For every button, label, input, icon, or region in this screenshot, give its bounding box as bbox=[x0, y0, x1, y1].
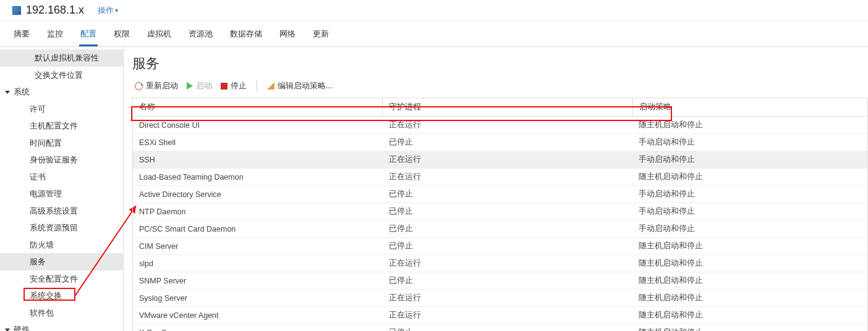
table-row[interactable]: CIM Server已停止随主机启动和停止 bbox=[133, 238, 868, 255]
table-cell: 随主机启动和停止 bbox=[632, 255, 868, 272]
table-row[interactable]: Direct Console UI正在运行随主机启动和停止 bbox=[133, 117, 868, 134]
table-cell: slpd bbox=[133, 255, 383, 272]
column-header[interactable]: 守护进程 bbox=[383, 98, 632, 117]
table-cell: Active Directory Service bbox=[133, 186, 383, 203]
table-cell: 随主机启动和停止 bbox=[632, 272, 868, 290]
sidebar-item-硬件[interactable]: 硬件 bbox=[0, 321, 123, 331]
table-row[interactable]: slpd正在运行随主机启动和停止 bbox=[133, 255, 868, 272]
table-cell: VMware vCenter Agent bbox=[133, 307, 383, 324]
sidebar-item-时间配置[interactable]: 时间配置 bbox=[0, 135, 123, 152]
host-name: 192.168.1.x bbox=[26, 4, 84, 17]
sidebar-item-防火墙[interactable]: 防火墙 bbox=[0, 237, 123, 254]
table-cell: 手动启动和停止 bbox=[632, 151, 868, 169]
table-cell: 正在运行 bbox=[383, 290, 632, 307]
sidebar-item-系统资源预留[interactable]: 系统资源预留 bbox=[0, 219, 123, 237]
edit-label: 编辑启动策略... bbox=[278, 80, 333, 91]
table-cell: 正在运行 bbox=[383, 169, 632, 186]
table-cell: 已停止 bbox=[383, 220, 632, 238]
table-cell: 正在运行 bbox=[383, 117, 632, 134]
stop-icon bbox=[221, 83, 228, 90]
host-icon bbox=[12, 6, 21, 15]
pencil-icon bbox=[267, 82, 274, 90]
sidebar-item-许可[interactable]: 许可 bbox=[0, 101, 123, 118]
sidebar-item-系统交换[interactable]: 系统交换 bbox=[0, 287, 123, 304]
sidebar-item-电源管理[interactable]: 电源管理 bbox=[0, 185, 123, 203]
sidebar-item-系统[interactable]: 系统 bbox=[0, 83, 123, 101]
sidebar-item-软件包[interactable]: 软件包 bbox=[0, 304, 123, 322]
tab-资源池[interactable]: 资源池 bbox=[187, 22, 214, 46]
header: 192.168.1.x 操作 ▾ bbox=[0, 0, 868, 21]
table-row[interactable]: PC/SC Smart Card Daemon已停止手动启动和停止 bbox=[133, 220, 868, 238]
start-button[interactable]: 启动 bbox=[184, 80, 215, 91]
tab-摘要[interactable]: 摘要 bbox=[12, 22, 31, 46]
table-row[interactable]: SSH正在运行手动启动和停止 bbox=[133, 151, 868, 169]
table-cell: PC/SC Smart Card Daemon bbox=[133, 220, 383, 238]
table-cell: 手动启动和停止 bbox=[632, 203, 868, 220]
table-cell: 手动启动和停止 bbox=[632, 220, 868, 238]
tab-网络[interactable]: 网络 bbox=[278, 22, 297, 46]
table-cell: 已停止 bbox=[383, 186, 632, 203]
table-row[interactable]: ESXi Shell已停止手动启动和停止 bbox=[133, 134, 868, 151]
stop-button[interactable]: 停止 bbox=[218, 80, 249, 91]
restart-label: 重新启动 bbox=[146, 80, 178, 91]
sidebar-item-证书[interactable]: 证书 bbox=[0, 169, 123, 186]
tab-配置[interactable]: 配置 bbox=[79, 22, 98, 46]
table-cell: ESXi Shell bbox=[133, 134, 383, 151]
tab-虚拟机[interactable]: 虚拟机 bbox=[146, 22, 172, 46]
toolbar-separator bbox=[257, 80, 257, 91]
table-row[interactable]: X.Org Server已停止随主机启动和停止 bbox=[133, 324, 868, 332]
sidebar-item-交换文件位置[interactable]: 交换文件位置 bbox=[0, 67, 123, 84]
tab-数据存储[interactable]: 数据存储 bbox=[229, 22, 263, 46]
restart-icon bbox=[135, 82, 143, 90]
main-panel: 服务 重新启动 启动 停止 编辑启动策略... 名称守护进程启动策略 Direc… bbox=[124, 47, 868, 331]
start-label: 启动 bbox=[196, 80, 212, 91]
page-title: 服务 bbox=[132, 54, 868, 73]
sidebar-item-高级系统设置[interactable]: 高级系统设置 bbox=[0, 203, 123, 220]
table-cell: 已停止 bbox=[383, 272, 632, 290]
table-cell: 正在运行 bbox=[383, 151, 632, 169]
table-cell: 正在运行 bbox=[383, 255, 632, 272]
services-table: 名称守护进程启动策略 Direct Console UI正在运行随主机启动和停止… bbox=[132, 98, 868, 331]
tab-更新[interactable]: 更新 bbox=[312, 22, 330, 46]
table-row[interactable]: VMware vCenter Agent正在运行随主机启动和停止 bbox=[133, 307, 868, 324]
table-cell: CIM Server bbox=[133, 238, 383, 255]
sidebar: 默认虚拟机兼容性交换文件位置系统许可主机配置文件时间配置身份验证服务证书电源管理… bbox=[0, 47, 124, 331]
tab-权限[interactable]: 权限 bbox=[113, 22, 131, 46]
table-cell: 手动启动和停止 bbox=[632, 134, 868, 151]
table-row[interactable]: SNMP Server已停止随主机启动和停止 bbox=[133, 272, 868, 290]
sidebar-item-默认虚拟机兼容性[interactable]: 默认虚拟机兼容性 bbox=[0, 49, 123, 67]
edit-policy-button[interactable]: 编辑启动策略... bbox=[265, 80, 335, 91]
tab-监控[interactable]: 监控 bbox=[46, 22, 64, 46]
table-cell: SSH bbox=[133, 151, 383, 169]
table-cell: 已停止 bbox=[383, 134, 632, 151]
table-cell: 随主机启动和停止 bbox=[632, 238, 868, 255]
sidebar-item-安全配置文件[interactable]: 安全配置文件 bbox=[0, 270, 123, 288]
table-row[interactable]: Syslog Server正在运行随主机启动和停止 bbox=[133, 290, 868, 307]
table-cell: 随主机启动和停止 bbox=[632, 169, 868, 186]
table-cell: Syslog Server bbox=[133, 290, 383, 307]
table-cell: 已停止 bbox=[383, 203, 632, 220]
sidebar-item-主机配置文件[interactable]: 主机配置文件 bbox=[0, 117, 123, 135]
table-cell: 随主机启动和停止 bbox=[632, 307, 868, 324]
table-row[interactable]: NTP Daemon已停止手动启动和停止 bbox=[133, 203, 868, 220]
table-cell: 手动启动和停止 bbox=[632, 186, 868, 203]
toolbar: 重新启动 启动 停止 编辑启动策略... bbox=[132, 79, 868, 96]
table-cell: 随主机启动和停止 bbox=[632, 117, 868, 134]
table-cell: 已停止 bbox=[383, 324, 632, 332]
table-row[interactable]: Active Directory Service已停止手动启动和停止 bbox=[133, 186, 868, 203]
column-header[interactable]: 启动策略 bbox=[632, 98, 868, 117]
table-cell: 随主机启动和停止 bbox=[632, 324, 868, 332]
table-cell: X.Org Server bbox=[133, 324, 383, 332]
actions-label: 操作 bbox=[98, 5, 114, 16]
table-row[interactable]: Load-Based Teaming Daemon正在运行随主机启动和停止 bbox=[133, 169, 868, 186]
actions-menu[interactable]: 操作 ▾ bbox=[98, 5, 118, 16]
table-cell: 已停止 bbox=[383, 238, 632, 255]
table-cell: NTP Daemon bbox=[133, 203, 383, 220]
column-header[interactable]: 名称 bbox=[133, 98, 383, 117]
stop-label: 停止 bbox=[231, 80, 247, 91]
sidebar-item-服务[interactable]: 服务 bbox=[0, 253, 123, 270]
table-cell: 随主机启动和停止 bbox=[632, 290, 868, 307]
play-icon bbox=[187, 82, 193, 90]
sidebar-item-身份验证服务[interactable]: 身份验证服务 bbox=[0, 151, 123, 169]
restart-button[interactable]: 重新启动 bbox=[132, 80, 181, 91]
